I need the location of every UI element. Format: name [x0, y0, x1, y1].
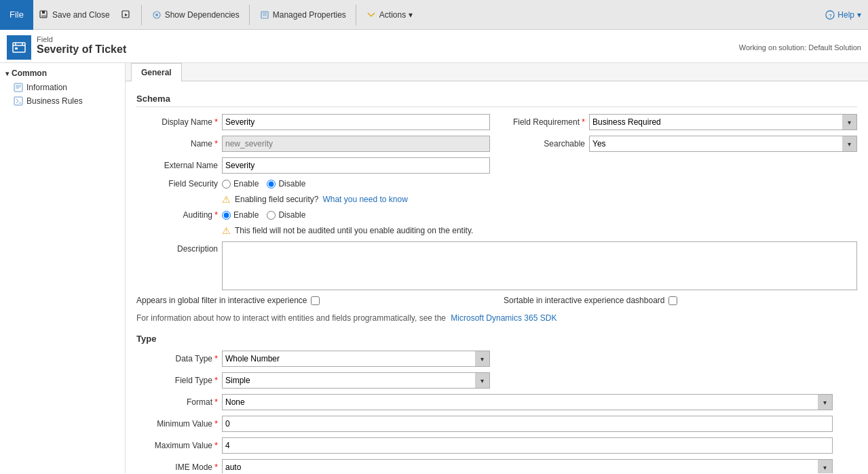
- min-value-label: Minimum Value *: [136, 419, 218, 429]
- auditing-enable-label[interactable]: Enable: [222, 210, 259, 220]
- ime-mode-row: IME Mode * auto active inactive disabled…: [136, 459, 857, 473]
- info-text-row: For information about how to interact wi…: [136, 311, 857, 328]
- tab-general[interactable]: General: [131, 63, 182, 81]
- field-req-select[interactable]: Business Required Optional Recommended: [589, 114, 857, 130]
- auditing-radio-group: Enable Disable: [222, 210, 490, 220]
- min-value-col: Minimum Value *: [136, 416, 857, 432]
- svg-rect-5: [261, 12, 268, 18]
- data-type-select-wrapper: Whole Number Text Decimal Float Date and…: [222, 351, 490, 367]
- sidebar-information-label: Information: [26, 83, 67, 92]
- ime-mode-required: *: [214, 462, 218, 472]
- auditing-warning-text: This field will not be audited until you…: [235, 226, 473, 235]
- field-security-warning-link[interactable]: What you need to know: [322, 195, 407, 204]
- auditing-disable-label[interactable]: Disable: [267, 210, 305, 220]
- field-type-label: Field: [37, 35, 126, 43]
- field-req-label: Field Requirement *: [504, 117, 585, 127]
- actions-icon: [366, 9, 377, 20]
- field-security-disable-radio[interactable]: [267, 180, 276, 189]
- min-value-required: *: [214, 419, 218, 429]
- field-security-warning: ⚠ Enabling field security? What you need…: [136, 194, 857, 205]
- info-text: For information about how to interact wi…: [136, 313, 446, 323]
- field-type-select[interactable]: Simple Calculated Rollup: [222, 372, 490, 389]
- auditing-warning: ⚠ This field will not be audited until y…: [136, 225, 857, 236]
- show-dependencies-button[interactable]: Show Dependencies: [146, 7, 245, 23]
- file-button[interactable]: File: [0, 0, 33, 30]
- auditing-warning-icon: ⚠: [222, 225, 231, 236]
- format-required: *: [214, 397, 218, 407]
- entity-icon: [7, 35, 31, 60]
- show-dependencies-label: Show Dependencies: [165, 10, 240, 20]
- display-name-row: Display Name * Field Requirement * Busin…: [136, 114, 857, 130]
- ime-mode-col: IME Mode * auto active inactive disabled…: [136, 459, 857, 473]
- field-type-required: *: [214, 376, 218, 385]
- ime-mode-select-wrapper: auto active inactive disabled ▾: [222, 459, 833, 473]
- managed-properties-label: Managed Properties: [273, 10, 346, 20]
- tabs: General: [126, 63, 868, 81]
- warning-triangle-icon: ⚠: [222, 194, 231, 205]
- display-name-required: *: [214, 117, 218, 127]
- field-security-enable-label[interactable]: Enable: [222, 179, 259, 189]
- data-type-select[interactable]: Whole Number Text Decimal Float Date and…: [222, 351, 490, 367]
- actions-button[interactable]: Actions ▾: [360, 7, 418, 23]
- help-button[interactable]: ? Help ▾: [825, 10, 868, 20]
- sdk-link[interactable]: Microsoft Dynamics 365 SDK: [451, 313, 556, 323]
- sidebar-item-business-rules[interactable]: Business Rules: [0, 94, 125, 108]
- business-rules-icon: [14, 96, 23, 106]
- auditing-disable-radio[interactable]: [267, 211, 276, 220]
- solution-text: Working on solution: Default Solution: [739, 43, 861, 52]
- field-security-col: Field Security Enable Disable: [136, 179, 490, 189]
- max-value-input[interactable]: [222, 437, 833, 454]
- separator: [141, 5, 142, 25]
- help-arrow: ▾: [857, 10, 861, 20]
- field-req-col: Field Requirement * Business Required Op…: [504, 114, 857, 130]
- description-textarea[interactable]: [222, 241, 857, 290]
- description-row: Description: [136, 241, 857, 290]
- schema-section-title: Schema: [136, 94, 857, 107]
- data-type-col: Data Type * Whole Number Text Decimal Fl…: [136, 351, 490, 367]
- main-layout: ▾ Common Information Business Rules Gene…: [0, 63, 868, 473]
- global-filter-checkbox[interactable]: [311, 296, 320, 305]
- field-type-select-wrapper: Simple Calculated Rollup ▾: [222, 372, 490, 389]
- svg-text:?: ?: [829, 12, 833, 18]
- display-name-col: Display Name *: [136, 114, 490, 130]
- sidebar-section-common[interactable]: ▾ Common: [0, 66, 125, 81]
- ime-mode-select[interactable]: auto active inactive disabled: [222, 459, 833, 473]
- managed-properties-button[interactable]: Managed Properties: [254, 7, 352, 23]
- sortable-checkbox[interactable]: [668, 296, 677, 305]
- toolbar: File Save and Close Show Dependencies Ma…: [0, 0, 868, 30]
- sortable-col: Sortable in interactive experience dashb…: [504, 296, 857, 305]
- separator2: [249, 5, 250, 25]
- field-security-warning-text: Enabling field security?: [235, 195, 318, 204]
- field-security-enable-radio[interactable]: [222, 180, 231, 189]
- sortable-label: Sortable in interactive experience dashb…: [504, 296, 664, 305]
- field-security-label: Field Security: [136, 179, 218, 189]
- searchable-col: Searchable Yes No ▾: [504, 136, 857, 152]
- format-label: Format *: [136, 397, 218, 407]
- auditing-row: Auditing * Enable Disable: [136, 210, 857, 220]
- format-col: Format * None Duration Time Zone Languag…: [136, 394, 857, 410]
- auditing-enable-radio[interactable]: [222, 211, 231, 220]
- external-name-row: External Name: [136, 157, 857, 174]
- name-input[interactable]: [222, 136, 490, 152]
- separator3: [356, 5, 356, 25]
- sidebar-section-label: Common: [12, 68, 47, 78]
- svg-rect-9: [15, 47, 18, 50]
- publish-button[interactable]: [115, 7, 137, 23]
- save-and-close-button[interactable]: Save and Close: [33, 7, 115, 23]
- searchable-label: Searchable: [504, 139, 585, 149]
- auditing-label: Auditing *: [136, 210, 218, 220]
- data-type-row: Data Type * Whole Number Text Decimal Fl…: [136, 351, 857, 367]
- format-select[interactable]: None Duration Time Zone Language Locale: [222, 394, 833, 410]
- field-icon: [12, 40, 26, 55]
- content-area: General Schema Display Name * Field Requ…: [126, 63, 868, 473]
- searchable-select[interactable]: Yes No: [589, 136, 857, 152]
- sidebar: ▾ Common Information Business Rules: [0, 63, 126, 473]
- field-security-disable-label[interactable]: Disable: [267, 179, 305, 189]
- min-value-input[interactable]: [222, 416, 833, 432]
- external-name-input[interactable]: [222, 157, 490, 174]
- svg-point-4: [155, 14, 158, 16]
- sidebar-item-information[interactable]: Information: [0, 81, 125, 94]
- global-filter-row: Appears in global filter in interactive …: [136, 296, 857, 305]
- display-name-input[interactable]: [222, 114, 490, 130]
- svg-rect-1: [42, 11, 45, 14]
